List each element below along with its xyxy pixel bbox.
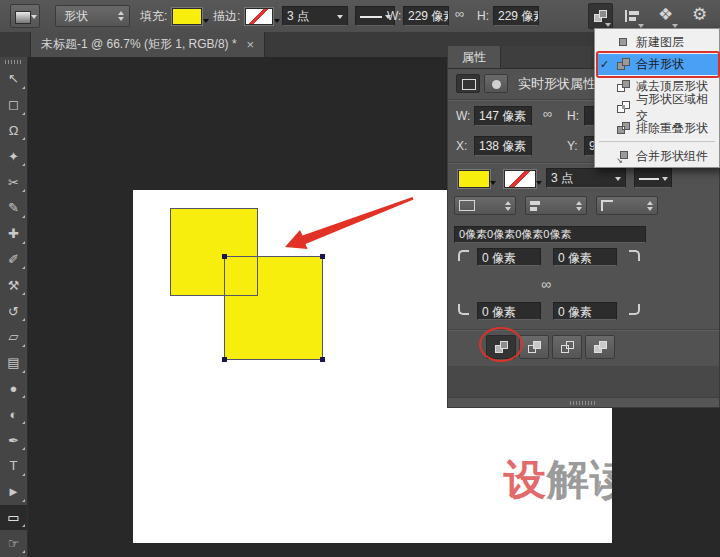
prop-y-label: Y: (567, 136, 578, 156)
corner-tr-icon (629, 250, 640, 261)
brush-tool[interactable]: ✐ (0, 247, 27, 273)
radius-br-input[interactable]: 0 像素 (553, 302, 617, 320)
live-rectangle-properties-button[interactable] (456, 74, 480, 93)
stroke-color-swatch[interactable] (245, 8, 273, 25)
shape-width-input[interactable]: 229 像素 (403, 6, 449, 26)
fill-swatch-arrow-icon[interactable] (203, 19, 209, 23)
menu-item-label: 合并形状组件 (636, 148, 708, 165)
eyedropper-icon: ✎ (8, 200, 19, 215)
history-brush-icon: ↺ (8, 304, 19, 319)
shape-height-input[interactable]: 229 像素 (493, 6, 539, 26)
tool-preset-button[interactable] (10, 4, 40, 28)
panel-grip[interactable] (5, 60, 22, 64)
menu-item-exclude-overlapping-shapes[interactable]: 排除重叠形状 (596, 118, 718, 139)
menu-item-intersect-shape-areas[interactable]: 与形状区域相交 (596, 97, 718, 118)
prop-stroke-swatch[interactable] (504, 170, 536, 188)
quick-selection-tool[interactable]: ✦ (0, 143, 27, 169)
fill-color-swatch[interactable] (172, 8, 202, 25)
prop-stroke-style-select[interactable] (634, 168, 672, 188)
radius-bl-input[interactable]: 0 像素 (477, 302, 541, 320)
history-brush-tool[interactable]: ↺ (0, 298, 27, 324)
gradient-icon: ▤ (7, 355, 19, 370)
stroke-align-select[interactable] (525, 196, 587, 215)
exclude-shapes-icon (617, 122, 631, 135)
rectangular-marquee-tool[interactable]: ◻ (0, 92, 27, 118)
link-radius-icon[interactable]: ∞ (541, 276, 551, 292)
marquee-icon: ◻ (8, 97, 19, 112)
menu-item-merge-shape-components[interactable]: ↘ 合并形状组件 (596, 146, 718, 167)
corner-radius-summary[interactable]: 0像素0像素0像素0像素 (454, 226, 646, 243)
move-tool[interactable]: ↖ (0, 66, 27, 92)
rectangle-tool[interactable]: ▭ (0, 505, 27, 531)
menu-item-new-layer[interactable]: 新建图层 (596, 32, 718, 53)
healing-brush-tool[interactable]: ✚ (0, 221, 27, 247)
stroke-type-icon (459, 200, 475, 211)
eyedropper-tool[interactable]: ✎ (0, 195, 27, 221)
clone-stamp-tool[interactable]: ⚒ (0, 272, 27, 298)
path-selection-tool[interactable]: ► (0, 479, 27, 505)
photoshop-window: 形状 填充: 描边: 3 点 W: 229 像素 ∞ H: 229 像素 (0, 0, 720, 557)
document-tab[interactable]: 未标题-1 @ 66.7% (矩形 1, RGB/8) * × (30, 32, 265, 57)
gear-icon: ⚙ (692, 5, 707, 24)
stroke-type-select[interactable] (454, 196, 516, 215)
document-title: 未标题-1 @ 66.7% (矩形 1, RGB/8) * (41, 32, 237, 57)
type-tool[interactable]: T (0, 453, 27, 479)
live-ellipse-properties-button[interactable] (484, 74, 508, 93)
menu-item-label: 排除重叠形状 (636, 120, 708, 137)
gradient-tool[interactable]: ▤ (0, 350, 27, 376)
pathop-exclude-button[interactable] (585, 335, 615, 359)
prop-stroke-width-input[interactable]: 3 点 (546, 168, 626, 188)
pen-tool[interactable]: ✒ (0, 427, 27, 453)
stroke-width-input[interactable]: 3 点 (282, 6, 348, 26)
path-selection-icon: ► (7, 484, 20, 499)
stroke-swatch-arrow-icon[interactable] (274, 19, 280, 23)
geometry-options-button[interactable]: ⚙ (686, 1, 713, 29)
spinner-icon (118, 11, 124, 21)
eraser-tool[interactable]: ▱ (0, 324, 27, 350)
prop-x-input[interactable]: 138 像素 (474, 136, 532, 156)
prop-width-input[interactable]: 147 像素 (474, 106, 532, 126)
link-dimensions-icon[interactable]: ∞ (455, 6, 464, 21)
lasso-icon: Ω (9, 123, 19, 138)
prop-fill-arrow-icon[interactable] (490, 181, 496, 185)
pathop-intersect-button[interactable] (552, 335, 582, 359)
pathop-subtract-button[interactable] (519, 335, 549, 359)
stroke-label: 描边: (213, 6, 240, 26)
radius-tr-input[interactable]: 0 像素 (553, 248, 617, 266)
stroke-corner-select[interactable] (596, 196, 658, 215)
chevron-down-icon (337, 15, 343, 19)
properties-tab[interactable]: 属性 (448, 46, 501, 68)
pen-icon: ✒ (8, 433, 19, 448)
tool-preset-icon (15, 11, 31, 24)
prop-stroke-width-value: 3 点 (551, 171, 573, 185)
line-style-icon (360, 16, 382, 18)
radius-tl-input[interactable]: 0 像素 (477, 248, 541, 266)
path-operations-button[interactable] (588, 3, 613, 29)
prop-stroke-arrow-icon[interactable] (536, 181, 542, 185)
crop-tool[interactable]: ✂ (0, 169, 27, 195)
hand-tool[interactable]: ☞ (0, 530, 27, 556)
path-alignment-button[interactable] (620, 3, 645, 29)
tool-mode-select[interactable]: 形状 (55, 5, 130, 27)
dodge-tool[interactable]: ◐ (0, 401, 27, 427)
align-icon (625, 10, 627, 22)
chevron-down-icon (31, 15, 37, 19)
menu-separator (599, 141, 715, 142)
lasso-tool[interactable]: Ω (0, 118, 27, 144)
panel-resize-grip[interactable] (448, 397, 719, 407)
prop-fill-swatch[interactable] (458, 170, 490, 188)
path-operations-icon (594, 10, 608, 23)
blur-tool[interactable]: ● (0, 376, 27, 402)
hand-icon: ☞ (8, 536, 20, 551)
type-icon: T (10, 458, 18, 473)
tool-mode-value: 形状 (56, 6, 118, 26)
panel-title: 实时形状属性 (518, 75, 596, 93)
chevron-down-icon (662, 177, 668, 181)
link-wh-icon[interactable]: ∞ (543, 106, 552, 121)
close-tab-icon[interactable]: × (247, 32, 255, 57)
fill-label: 填充: (140, 6, 167, 26)
quick-selection-icon: ✦ (8, 149, 19, 164)
path-arrangement-button[interactable]: ❖ (652, 1, 679, 29)
annotation-rectangle (596, 51, 720, 78)
spinner-icon (505, 201, 511, 211)
